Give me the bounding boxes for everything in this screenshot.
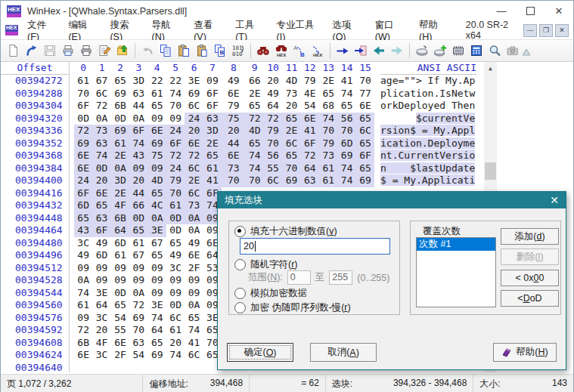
hex-byte[interactable]: 6E [356,100,374,113]
hex-byte[interactable]: 6F [356,150,374,162]
cancel-button[interactable]: 取消(A) [310,343,377,362]
hex-byte[interactable]: 2E [111,187,129,200]
dialog-title-bar[interactable]: 填充选块 ✕ [218,192,566,208]
hex-byte[interactable]: 0D [74,113,92,125]
delete-button[interactable]: 删除(l) [501,248,559,265]
hex-byte[interactable]: 0A [185,299,203,312]
hex-byte[interactable]: 65 [185,312,203,325]
range-from-input[interactable]: 0 [287,270,311,285]
hex-byte[interactable]: 65 [356,113,374,125]
hex-byte[interactable]: 74 [148,312,166,325]
hex-byte[interactable]: 6E [74,349,92,362]
hex-byte[interactable]: 61 [74,299,92,312]
hex-byte[interactable]: 65 [246,137,264,150]
hex-byte[interactable]: 41 [337,75,355,88]
hex-byte[interactable]: 49 [74,249,92,262]
hex-byte[interactable]: 74 [337,88,355,100]
hex-byte[interactable]: 0A [74,274,92,287]
hex-byte[interactable]: 0A [185,212,203,225]
overwrite-list-item[interactable]: 次数 #1 [417,238,495,251]
back-button[interactable] [370,42,388,60]
hex-byte[interactable]: 72 [92,100,110,113]
hex-byte[interactable]: 61 [319,174,337,187]
hex-byte[interactable]: 69 [356,174,374,187]
hex-byte[interactable]: 6D [74,199,92,212]
hex-byte[interactable]: 70 [282,162,300,175]
paste-write-button[interactable] [175,42,193,60]
hex-byte[interactable]: 6E [222,150,245,162]
hex-byte[interactable]: 24 [74,174,92,187]
hex-byte[interactable]: 49 [222,75,245,88]
hex-byte[interactable]: 43 [74,224,92,237]
hex-byte[interactable]: 77 [356,88,374,100]
hex-byte[interactable]: 0D [129,212,147,225]
random-bytes-radio[interactable]: 随机字符(r) [234,258,298,271]
status-offset[interactable]: 偏移地址:394,468 [143,375,250,392]
hex-byte[interactable]: 0A [148,212,166,225]
ascii-text[interactable]: rsion$ = My.Appl [380,125,475,137]
hex-byte[interactable]: 0A [185,224,203,237]
hex-byte[interactable]: 79 [222,100,245,113]
hex-byte[interactable]: 44 [129,187,147,200]
hex-byte[interactable]: 41 [301,125,319,137]
hex-byte[interactable]: 09 [111,262,129,275]
hex-byte[interactable]: 20 [166,337,185,350]
continue-search-hex-button[interactable]: HEX [309,42,327,60]
hex-byte[interactable]: 70 [264,137,282,150]
hex-byte[interactable]: 74 [166,88,185,100]
hex-byte[interactable]: 0D [166,212,185,225]
save-button[interactable] [41,42,59,60]
hex-byte[interactable]: 74 [337,162,355,175]
hex-byte[interactable]: 73 [185,199,203,212]
hex-byte[interactable]: 54 [111,312,129,325]
hex-byte[interactable]: 0D [92,162,110,175]
maximize-button[interactable] [516,2,545,21]
scrollbar-thumb[interactable] [485,162,496,180]
hex-byte[interactable]: 0A [92,113,110,125]
hex-byte[interactable]: 72 [185,150,203,162]
hex-byte[interactable]: 65 [337,100,355,113]
screenshot-button[interactable] [504,42,522,60]
hex-byte[interactable]: 63 [129,88,147,100]
hex-byte[interactable]: 3D [203,125,222,137]
hex-byte[interactable]: 09 [203,75,222,88]
hex-byte[interactable]: 66 [129,199,147,212]
hex-byte[interactable]: 67 [129,249,147,262]
ascii-text[interactable]: plication.IsNetw [380,88,475,100]
hex-byte[interactable]: 09 [74,312,92,325]
hex-byte[interactable]: 09 [129,274,147,287]
hex-byte[interactable]: 6F [203,88,222,100]
hex-byte[interactable]: 72 [74,125,92,137]
hex-byte[interactable]: 44 [222,137,245,150]
hex-byte[interactable]: 6B [111,212,129,225]
hex-byte[interactable]: 09 [148,262,166,275]
hex-byte[interactable]: 63 [92,137,110,150]
hex-byte[interactable]: 63 [129,337,147,350]
hex-byte[interactable]: 0A [111,162,129,175]
close-button[interactable]: ✕ [545,2,573,21]
hex-byte[interactable]: 20 [92,324,110,337]
ascii-text[interactable]: orkDeployed Then [380,100,475,113]
goto-page-button[interactable] [352,42,370,60]
hex-byte[interactable]: 3D [111,174,129,187]
hex-byte[interactable]: 69 [111,88,129,100]
find-text-button[interactable] [254,42,272,60]
hex-byte[interactable]: 22 [148,75,166,88]
hex-byte[interactable]: 4F [92,337,110,350]
magnifier-button[interactable] [486,42,504,60]
hex-byte[interactable]: 0D [111,287,129,300]
hex-byte[interactable]: 6E [111,337,129,350]
hex-byte[interactable]: 6E [92,187,110,200]
hex-byte[interactable]: 61 [111,137,129,150]
hex-byte[interactable]: 74 [166,349,185,362]
hex-byte[interactable]: 49 [166,249,185,262]
hex-byte[interactable]: 65 [74,212,92,225]
hex-byte[interactable]: 3E [185,75,203,88]
hex-byte[interactable]: 73 [282,88,300,100]
paste-button[interactable] [193,42,211,60]
hex-byte[interactable]: 20 [264,75,282,88]
hex-byte[interactable]: 70 [337,125,355,137]
open-disk-button[interactable] [413,42,431,60]
print-button[interactable] [77,42,95,60]
hex-byte[interactable]: 09 [111,274,129,287]
